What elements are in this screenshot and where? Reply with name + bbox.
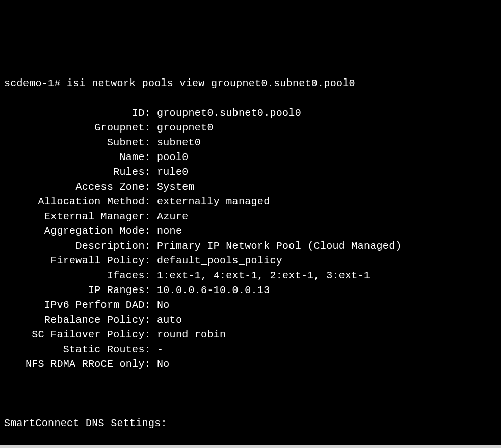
pool-field-value: auto <box>151 312 182 327</box>
pool-field-label: Ifaces: <box>4 268 151 283</box>
pool-field-value: groupnet0 <box>151 120 214 135</box>
pool-field-label: NFS RDMA RRoCE only: <box>4 357 151 372</box>
terminal-output[interactable]: scdemo-1# isi network pools view groupne… <box>4 61 497 448</box>
pool-field-row: Subnet:subnet0 <box>4 135 497 150</box>
pool-field-label: Description: <box>4 239 151 253</box>
pool-field-label: External Manager: <box>4 209 151 224</box>
prompt: scdemo-1# <box>4 77 61 89</box>
bottom-border <box>0 445 501 448</box>
pool-field-row: Aggregation Mode:none <box>4 224 497 239</box>
pool-field-value: Azure <box>151 209 189 224</box>
pool-field-label: Subnet: <box>4 135 151 150</box>
pool-field-value: externally_managed <box>151 194 270 209</box>
pool-field-label: Static Routes: <box>4 342 151 357</box>
pool-field-row: IPv6 Perform DAD:No <box>4 298 497 312</box>
pool-field-value: Primary IP Network Pool (Cloud Managed) <box>151 239 402 253</box>
pool-field-row: Ifaces:1:ext-1, 4:ext-1, 2:ext-1, 3:ext-… <box>4 268 497 283</box>
pool-field-row: NFS RDMA RRoCE only:No <box>4 357 497 372</box>
pool-field-label: ID: <box>4 106 151 120</box>
pool-field-row: Allocation Method:externally_managed <box>4 194 497 209</box>
pool-field-label: Firewall Policy: <box>4 253 151 268</box>
pool-field-label: Aggregation Mode: <box>4 224 151 239</box>
pool-field-value: 1:ext-1, 4:ext-1, 2:ext-1, 3:ext-1 <box>151 268 370 283</box>
pool-field-row: Rebalance Policy:auto <box>4 312 497 327</box>
pool-field-row: Firewall Policy:default_pools_policy <box>4 253 497 268</box>
pool-field-label: IP Ranges: <box>4 283 151 298</box>
pool-field-row: External Manager:Azure <box>4 209 497 224</box>
command-text: isi network pools view groupnet0.subnet0… <box>67 77 355 89</box>
pool-field-row: SC Failover Policy:round_robin <box>4 327 497 342</box>
pool-field-value: default_pools_policy <box>151 253 282 268</box>
pool-field-label: Name: <box>4 150 151 165</box>
pool-field-value: - <box>151 342 163 357</box>
pool-field-label: Allocation Method: <box>4 194 151 209</box>
pool-field-value: pool0 <box>151 150 189 165</box>
pool-field-label: Rules: <box>4 165 151 179</box>
pool-field-label: Groupnet: <box>4 120 151 135</box>
pool-field-row: Name:pool0 <box>4 150 497 165</box>
pool-field-row: Rules:rule0 <box>4 165 497 179</box>
pool-field-label: IPv6 Perform DAD: <box>4 298 151 312</box>
pool-field-row: Description:Primary IP Network Pool (Clo… <box>4 239 497 253</box>
pool-field-row: Groupnet:groupnet0 <box>4 120 497 135</box>
dns-settings-header: SmartConnect DNS Settings: <box>4 416 497 431</box>
pool-field-value: 10.0.0.6-10.0.0.13 <box>151 283 270 298</box>
pool-field-value: round_robin <box>151 327 226 342</box>
pool-field-value: none <box>151 224 182 239</box>
pool-field-row: ID:groupnet0.subnet0.pool0 <box>4 106 497 120</box>
pool-field-row: Access Zone:System <box>4 179 497 194</box>
pool-field-value: subnet0 <box>151 135 201 150</box>
pool-field-row: Static Routes:- <box>4 342 497 357</box>
pool-field-label: SC Failover Policy: <box>4 327 151 342</box>
pool-field-value: System <box>151 179 195 194</box>
pool-field-row: IP Ranges:10.0.0.6-10.0.0.13 <box>4 283 497 298</box>
pool-field-value: No <box>151 298 170 312</box>
pool-field-value: rule0 <box>151 165 189 179</box>
pool-field-value: No <box>151 357 170 372</box>
pool-field-label: Rebalance Policy: <box>4 312 151 327</box>
pool-field-label: Access Zone: <box>4 179 151 194</box>
pool-field-value: groupnet0.subnet0.pool0 <box>151 106 301 120</box>
